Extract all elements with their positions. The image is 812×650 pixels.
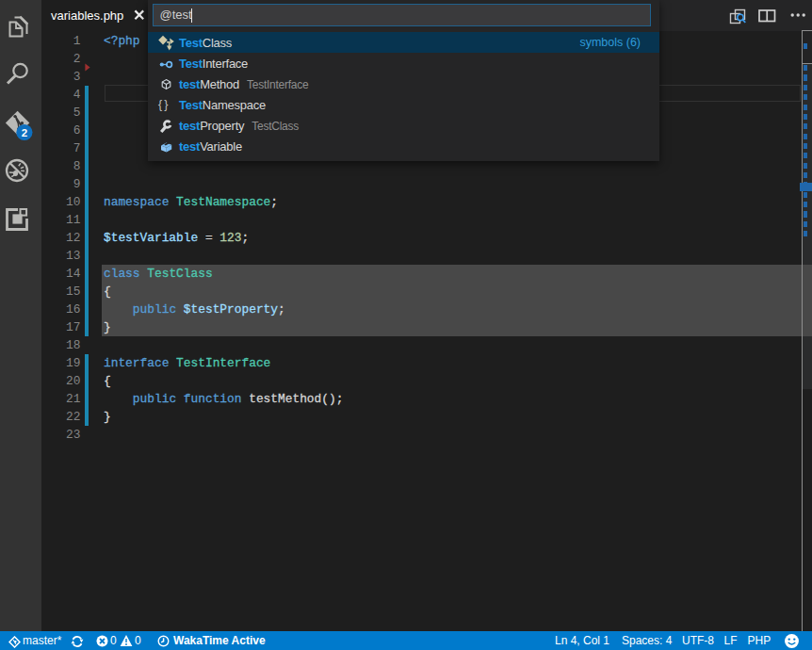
- svg-text:2: 2: [22, 127, 27, 138]
